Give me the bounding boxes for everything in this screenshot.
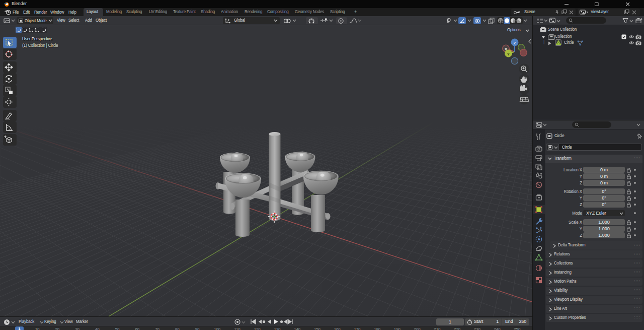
svg-text:Y: Y	[507, 52, 510, 56]
svg-text:Z: Z	[514, 41, 516, 45]
